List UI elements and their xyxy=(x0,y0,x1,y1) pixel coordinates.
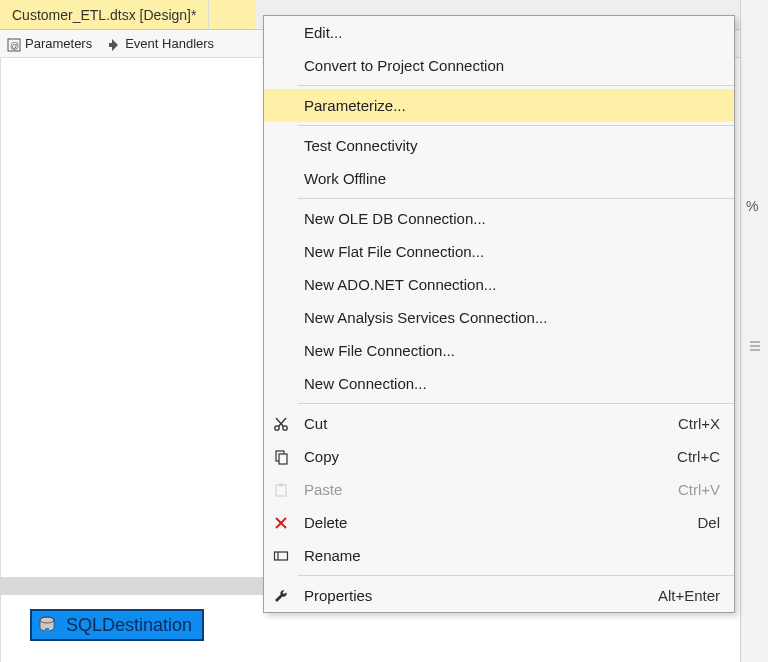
menu-item-shortcut: Ctrl+C xyxy=(677,448,720,465)
event-handlers-icon xyxy=(106,37,120,51)
connection-manager-item-label: SQLDestination xyxy=(66,615,192,636)
menu-item-label: Test Connectivity xyxy=(298,137,720,154)
paste-icon xyxy=(264,482,298,498)
menu-item-new-file-connection[interactable]: New File Connection... xyxy=(264,334,734,367)
menu-separator xyxy=(298,85,734,86)
menu-item-label: Paste xyxy=(298,481,678,498)
menu-item-edit[interactable]: Edit... xyxy=(264,16,734,49)
menu-item-label: Delete xyxy=(298,514,697,531)
menu-item-test-connectivity[interactable]: Test Connectivity xyxy=(264,129,734,162)
svg-text:@: @ xyxy=(10,41,19,51)
menu-item-label: Convert to Project Connection xyxy=(298,57,720,74)
toolbar-event-handlers-label: Event Handlers xyxy=(125,36,214,51)
menu-separator xyxy=(298,198,734,199)
menu-item-cut[interactable]: CutCtrl+X xyxy=(264,407,734,440)
connection-manager-item[interactable]: SQLDestination xyxy=(30,609,204,641)
menu-item-new-ado-net-connection[interactable]: New ADO.NET Connection... xyxy=(264,268,734,301)
svg-rect-8 xyxy=(45,628,49,634)
menu-item-label: Properties xyxy=(298,587,658,604)
tab-close-area[interactable] xyxy=(209,0,255,29)
menu-item-new-connection[interactable]: New Connection... xyxy=(264,367,734,400)
connection-manager-strip xyxy=(0,577,263,595)
toolbar-parameters[interactable]: @ Parameters xyxy=(6,36,92,51)
menu-item-label: Edit... xyxy=(298,24,720,41)
menu-separator xyxy=(298,125,734,126)
menu-item-label: New OLE DB Connection... xyxy=(298,210,720,227)
document-tab[interactable]: Customer_ETL.dtsx [Design]* xyxy=(0,0,209,29)
svg-marker-2 xyxy=(109,39,118,51)
menu-item-new-ole-db-connection[interactable]: New OLE DB Connection... xyxy=(264,202,734,235)
menu-item-shortcut: Ctrl+V xyxy=(678,481,720,498)
right-gutter: % xyxy=(740,0,768,662)
menu-item-label: Parameterize... xyxy=(298,97,720,114)
menu-item-label: New Flat File Connection... xyxy=(298,243,720,260)
menu-separator xyxy=(298,403,734,404)
menu-item-label: New ADO.NET Connection... xyxy=(298,276,720,293)
menu-item-new-flat-file-connection[interactable]: New Flat File Connection... xyxy=(264,235,734,268)
menu-item-label: Cut xyxy=(298,415,678,432)
context-menu: Edit...Convert to Project ConnectionPara… xyxy=(263,15,735,613)
menu-item-shortcut: Ctrl+X xyxy=(678,415,720,432)
wrench-icon xyxy=(264,588,298,604)
menu-item-convert-to-project-connection[interactable]: Convert to Project Connection xyxy=(264,49,734,82)
toolbar-parameters-label: Parameters xyxy=(25,36,92,51)
canvas-left-border xyxy=(0,58,1,662)
menu-item-shortcut: Del xyxy=(697,514,720,531)
menu-item-label: Rename xyxy=(298,547,720,564)
menu-item-label: New File Connection... xyxy=(298,342,720,359)
cut-icon xyxy=(264,416,298,432)
document-tab-title: Customer_ETL.dtsx [Design]* xyxy=(12,7,196,23)
menu-item-label: Work Offline xyxy=(298,170,720,187)
toolbar-event-handlers[interactable]: Event Handlers xyxy=(106,36,214,51)
menu-item-delete[interactable]: DeleteDel xyxy=(264,506,734,539)
menu-separator xyxy=(298,575,734,576)
rename-icon xyxy=(264,548,298,564)
menu-item-work-offline[interactable]: Work Offline xyxy=(264,162,734,195)
menu-item-new-analysis-services-connection[interactable]: New Analysis Services Connection... xyxy=(264,301,734,334)
copy-icon xyxy=(264,449,298,465)
menu-item-label: New Connection... xyxy=(298,375,720,392)
parameters-icon: @ xyxy=(6,37,20,51)
database-connection-icon xyxy=(36,614,58,636)
menu-item-label: New Analysis Services Connection... xyxy=(298,309,720,326)
menu-item-properties[interactable]: PropertiesAlt+Enter xyxy=(264,579,734,612)
menu-item-paste: PasteCtrl+V xyxy=(264,473,734,506)
gutter-marker-icon xyxy=(747,338,763,354)
menu-item-label: Copy xyxy=(298,448,677,465)
menu-item-shortcut: Alt+Enter xyxy=(658,587,720,604)
menu-item-parameterize[interactable]: Parameterize... xyxy=(264,89,734,122)
delete-icon xyxy=(264,515,298,531)
menu-item-copy[interactable]: CopyCtrl+C xyxy=(264,440,734,473)
menu-item-rename[interactable]: Rename xyxy=(264,539,734,572)
zoom-percent-symbol: % xyxy=(746,198,758,214)
